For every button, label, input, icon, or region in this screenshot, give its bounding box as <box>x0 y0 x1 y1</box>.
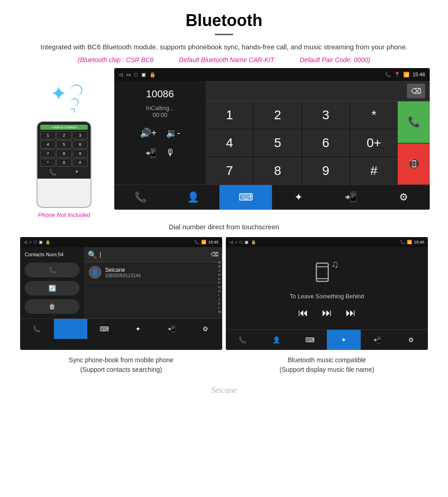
page-title: Bluetooth <box>18 11 430 30</box>
calls-icon: 📞 <box>134 191 147 203</box>
key-star[interactable]: * <box>350 101 398 129</box>
mt-settings-icon: ⚙ <box>408 336 414 344</box>
dial-caption: Dial number direct from touchscreen <box>0 223 448 231</box>
contact-item[interactable]: 👤 Seicane 10655059113144 <box>84 262 222 283</box>
transfer-toolbar-icon: 📲 <box>345 191 357 203</box>
contacts-toolbar-bt[interactable]: ✦ <box>121 319 155 339</box>
key-9[interactable]: 9 <box>302 157 350 185</box>
end-call-button[interactable]: 📵 <box>398 143 430 185</box>
key-hash[interactable]: # <box>350 157 398 185</box>
toolbar-contacts-btn[interactable]: 👤 <box>167 185 219 210</box>
key-8[interactable]: 8 <box>254 157 301 185</box>
key-4[interactable]: 4 <box>206 129 253 157</box>
contact-name: Seicane <box>105 267 218 273</box>
person-icon: 👤 <box>92 269 99 275</box>
play-pause-button[interactable]: ⏭ <box>322 307 332 319</box>
music-toolbar-transfer[interactable]: 📲 <box>361 330 395 350</box>
music-phone-icon: 📞 <box>400 240 405 244</box>
music-toolbar-calls[interactable]: 📞 <box>226 330 260 350</box>
call-timer: 00:00 <box>153 111 168 118</box>
music-song-title: To Leave Something Behind <box>290 293 364 300</box>
music-wifi-icon: 📶 <box>407 240 412 244</box>
svg-text:♫: ♫ <box>331 259 339 270</box>
transfer-controls: 📲 🎙 <box>145 148 175 159</box>
volume-down-btn[interactable]: 🔉- <box>166 127 181 138</box>
music-toolbar-dialpad[interactable]: ⌨ <box>293 330 327 350</box>
ct-dialpad-icon: ⌨ <box>100 325 109 333</box>
contacts-toolbar: 📞 👤 ⌨ ✦ 📲 ⚙ <box>20 318 222 339</box>
square-icon: □ <box>134 72 138 77</box>
watermark: Seicane <box>0 384 448 400</box>
music-toolbar-contacts[interactable]: 👤 <box>260 330 293 350</box>
delete-button[interactable]: ⌫ <box>407 84 425 98</box>
spec-chip: (Bluetooth chip : CSR BC6 <box>78 56 154 63</box>
music-body: ♫ To Leave Something Behind ⏮ ⏭ ⏭ <box>226 247 428 329</box>
music-toolbar-bt[interactable]: ✦ <box>327 330 361 350</box>
key-1[interactable]: 1 <box>206 101 253 129</box>
contacts-toolbar-dialpad[interactable]: ⌨ <box>87 319 121 339</box>
toolbar-transfer-btn[interactable]: 📲 <box>325 185 377 210</box>
contacts-count: Contacts Num:54 <box>25 252 80 257</box>
phone-key-7: 7 <box>40 149 55 158</box>
contacts-caption-line2: (Support contacts searching) <box>80 366 162 373</box>
music-toolbar-settings[interactable]: ⚙ <box>394 330 428 350</box>
window-icon: ▭ <box>126 72 131 78</box>
key-0plus[interactable]: 0+ <box>350 129 398 157</box>
transfer-icon[interactable]: 📲 <box>145 148 157 159</box>
contacts-back-icon: ◁ <box>24 240 27 244</box>
prev-track-button[interactable]: ⏮ <box>298 307 308 319</box>
contacts-toolbar-settings[interactable]: ⚙ <box>188 319 222 339</box>
contacts-right-panel: 🔍 ⌫ 👤 Seicane 10655059113144 A <box>84 247 222 318</box>
key-3[interactable]: 3 <box>302 101 350 129</box>
phone-key-4: 4 <box>40 140 55 148</box>
dial-input-row: ⌫ <box>206 81 430 101</box>
toolbar-bluetooth-btn[interactable]: ✦ <box>272 185 325 210</box>
music-square-icon: □ <box>240 240 242 244</box>
music-controls: ⏮ ⏭ ⏭ <box>298 307 356 319</box>
mt-bt-icon: ✦ <box>341 336 347 344</box>
phone-bt-icon: ✦ <box>75 169 79 176</box>
key-2[interactable]: 2 <box>254 101 301 129</box>
next-track-button[interactable]: ⏭ <box>346 307 356 319</box>
music-status-right: 📞 📶 15:46 <box>400 240 424 244</box>
music-window-icon: ○ <box>235 240 237 244</box>
contacts-notif-icon: ▣ <box>39 240 43 244</box>
delete-contact-btn[interactable]: 🗑 <box>25 299 80 314</box>
music-back-icon: ◁ <box>229 240 233 244</box>
volume-up-btn[interactable]: 🔊+ <box>140 127 157 138</box>
contacts-search-input[interactable] <box>100 249 208 260</box>
answer-call-button[interactable]: 📞 <box>398 101 430 143</box>
key-5[interactable]: 5 <box>254 129 301 157</box>
contacts-square-icon: □ <box>34 240 36 244</box>
ct-call-icon: 📞 <box>33 325 41 333</box>
toolbar-settings-btn[interactable]: ⚙ <box>377 185 430 210</box>
dial-content: 10086 InCalling... 00:00 🔊+ 🔉- 📲 🎙 ⌫ <box>114 81 430 185</box>
toolbar-dialpad-btn[interactable]: ⌨ <box>219 185 272 210</box>
music-caption-line1: Bluetooth music compatible <box>288 356 366 364</box>
ct-contacts-icon: 👤 <box>67 325 75 333</box>
spec-pair: Default Pair Code: 0000) <box>300 56 370 63</box>
header-section: Bluetooth Integrated with BC6 Bluetooth … <box>0 0 448 68</box>
call-contact-btn[interactable]: 📞 <box>25 263 80 277</box>
title-divider <box>215 34 233 35</box>
delete-icon: 🗑 <box>49 303 55 310</box>
contacts-status-left: ◁ ○ □ ▣ 🔒 <box>24 240 50 244</box>
end-phone-icon: 📵 <box>408 158 420 170</box>
ct-transfer-icon: 📲 <box>168 325 176 333</box>
search-icon: 🔍 <box>88 250 97 259</box>
sync-contacts-btn[interactable]: 🔄 <box>25 281 80 296</box>
status-bar-right: 📞 📍 📶 15:46 <box>385 72 425 78</box>
contacts-toolbar-calls[interactable]: 📞 <box>20 319 54 339</box>
dial-info-panel: 10086 InCalling... 00:00 🔊+ 🔉- 📲 🎙 <box>114 81 206 185</box>
mic-icon[interactable]: 🎙 <box>166 148 175 159</box>
key-6[interactable]: 6 <box>302 129 350 157</box>
key-7[interactable]: 7 <box>206 157 253 185</box>
contacts-toolbar-transfer[interactable]: 📲 <box>155 319 189 339</box>
dialpad-icon: ⌨ <box>239 191 253 203</box>
toolbar-calls-btn[interactable]: 📞 <box>114 185 167 210</box>
phone-add-contacts: + Add to Contacts <box>40 125 88 130</box>
android-dial-screen: ◁ ▭ □ ▣ 🔒 📞 📍 📶 15:46 10086 InCalling...… <box>114 68 430 210</box>
contacts-toolbar-contacts[interactable]: 👤 <box>54 319 88 339</box>
phone-key-6: 6 <box>73 140 88 148</box>
phone-key-2: 2 <box>56 131 71 139</box>
